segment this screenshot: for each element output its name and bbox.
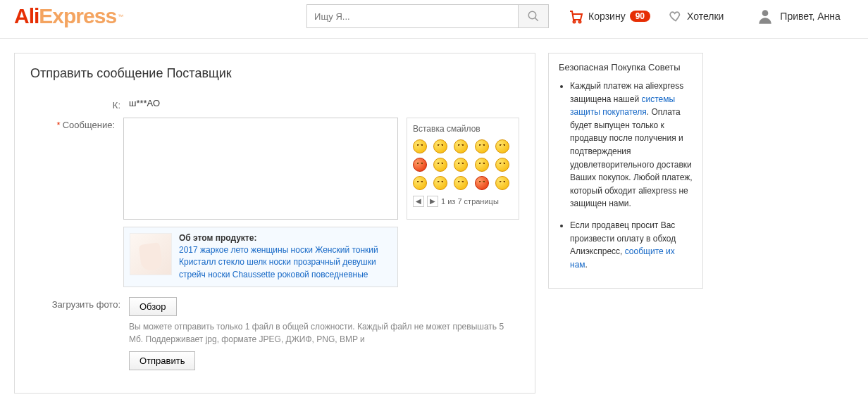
svg-point-4 — [762, 10, 769, 16]
smiley-icon[interactable] — [495, 158, 509, 172]
search-icon — [527, 10, 540, 23]
smiley-icon[interactable] — [475, 139, 489, 153]
cart-icon — [567, 8, 584, 25]
label-to: К: — [30, 98, 129, 111]
svg-line-1 — [535, 18, 538, 21]
message-form-panel: Отправить сообщение Поставщик К: ш***АО … — [14, 53, 535, 394]
smiley-icon[interactable] — [433, 139, 447, 153]
tips-list: Каждый платеж на aliexpress защищена наш… — [559, 80, 693, 271]
product-box: Об этом продукте: 2017 жаркое лето женщи… — [123, 227, 398, 287]
logo-part1: Ali — [14, 4, 39, 27]
wishlist-link[interactable]: Хотелки — [669, 9, 728, 23]
smiley-grid — [413, 139, 513, 190]
svg-point-0 — [528, 11, 536, 19]
search-button[interactable] — [518, 4, 549, 28]
smiley-pager: ◀ ▶ 1 из 7 страницы — [413, 196, 513, 207]
tips-title: Безопасная Покупка Советы — [559, 62, 693, 73]
svg-point-3 — [579, 21, 581, 23]
tip-item: Каждый платеж на aliexpress защищена наш… — [570, 80, 693, 210]
smiley-icon[interactable] — [495, 139, 509, 153]
smiley-panel: Вставка смайлов — [407, 118, 519, 220]
pager-text: 1 из 7 страницы — [441, 197, 499, 206]
row-message: *Сообщение: Вставка смайлов — [30, 118, 519, 287]
smiley-icon[interactable] — [413, 176, 427, 190]
logo-tm: ™ — [118, 13, 123, 20]
cart-link[interactable]: Корзину 90 — [567, 8, 650, 25]
label-upload: Загрузить фото: — [30, 297, 129, 310]
greeting: Привет, Анна — [780, 11, 841, 22]
heart-icon — [669, 9, 683, 23]
browse-button[interactable]: Обзор — [129, 297, 177, 316]
wishlist-label: Хотелки — [687, 11, 724, 22]
search-input[interactable] — [306, 4, 518, 28]
message-textarea[interactable] — [123, 118, 398, 220]
row-upload: Загрузить фото: Обзор Вы можете отправит… — [30, 297, 519, 370]
smiley-icon[interactable] — [475, 158, 489, 172]
smiley-icon[interactable] — [454, 176, 468, 190]
tip-item: Если продавец просит Вас произвести опла… — [570, 219, 693, 271]
smiley-icon[interactable] — [433, 176, 447, 190]
product-thumbnail[interactable] — [130, 233, 172, 275]
smiley-title: Вставка смайлов — [413, 124, 513, 134]
tips-panel: Безопасная Покупка Советы Каждый платеж … — [548, 53, 703, 289]
cart-label: Корзину — [588, 11, 626, 22]
smiley-icon[interactable] — [413, 158, 427, 172]
smiley-icon[interactable] — [454, 139, 468, 153]
pager-next-button[interactable]: ▶ — [427, 196, 438, 207]
submit-button[interactable]: Отправить — [129, 351, 195, 370]
smiley-icon[interactable] — [413, 139, 427, 153]
page-title: Отправить сообщение Поставщик — [30, 66, 519, 81]
row-recipient: К: ш***АО — [30, 98, 519, 111]
product-heading: Об этом продукте: — [179, 233, 392, 243]
smiley-icon[interactable] — [475, 176, 489, 190]
smiley-icon[interactable] — [495, 176, 509, 190]
upload-note: Вы можете отправить только 1 файл в обще… — [129, 320, 509, 346]
account-link[interactable]: Привет, Анна — [756, 7, 845, 25]
logo[interactable]: AliExpress™ — [14, 4, 123, 28]
label-message: *Сообщение: — [30, 118, 123, 130]
recipient-value: ш***АО — [129, 98, 519, 108]
pager-prev-button[interactable]: ◀ — [413, 196, 424, 207]
search-box — [306, 4, 549, 28]
product-link[interactable]: 2017 жаркое лето женщины носки Женский т… — [179, 245, 378, 279]
smiley-icon[interactable] — [433, 158, 447, 172]
avatar-icon — [756, 7, 774, 25]
logo-part2: Express — [39, 4, 116, 27]
site-header: AliExpress™ Корзину 90 Хотелки Привет, А… — [0, 0, 868, 39]
cart-badge: 90 — [630, 11, 650, 22]
smiley-icon[interactable] — [454, 158, 468, 172]
svg-point-2 — [574, 21, 576, 23]
page-body: Отправить сообщение Поставщик К: ш***АО … — [0, 39, 868, 408]
